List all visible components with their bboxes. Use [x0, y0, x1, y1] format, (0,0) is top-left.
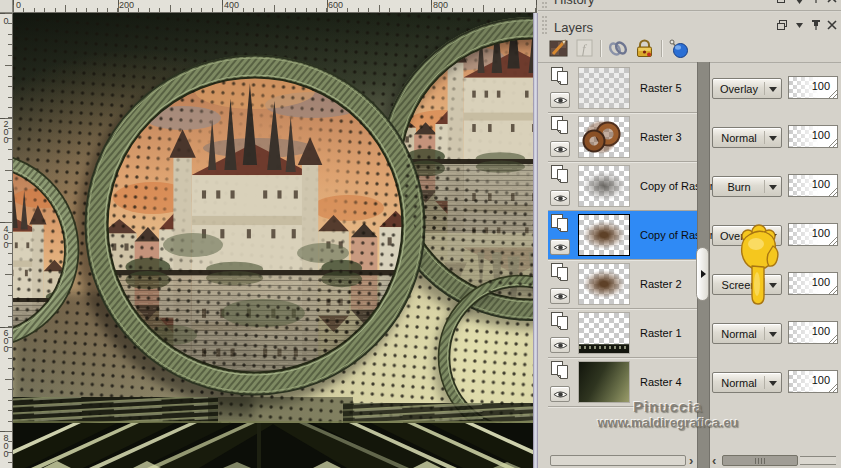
layer-thumbnail[interactable]: [578, 67, 630, 109]
layer-row-raster3[interactable]: Raster 3: [548, 113, 697, 162]
scroll-left-arrow-icon[interactable]: ‹: [712, 453, 716, 468]
opacity-field[interactable]: 100: [788, 174, 838, 197]
layer-name[interactable]: Raster 4: [640, 376, 682, 388]
link-layers-icon[interactable]: [606, 38, 629, 59]
layer-thumbnail[interactable]: [578, 116, 630, 158]
layer-thumbnail[interactable]: [578, 165, 630, 207]
history-panel-title: History: [554, 0, 594, 7]
opacity-field[interactable]: 100: [788, 272, 838, 295]
ruler-minor-ticks: [13, 8, 537, 12]
opacity-value: 100: [812, 80, 830, 92]
layer-pages-icon: [550, 66, 570, 86]
blend-mode-value: Normal: [715, 132, 763, 144]
layer-pages-icon: [550, 311, 570, 331]
new-layer-icon[interactable]: [548, 38, 571, 59]
blend-mode-select[interactable]: Overlay: [712, 78, 782, 99]
visibility-toggle[interactable]: [550, 190, 570, 206]
horizontal-scrollbar-track-left[interactable]: [550, 455, 686, 466]
opacity-value: 100: [812, 227, 830, 239]
opacity-field[interactable]: 100: [788, 321, 838, 344]
scroll-right-arrow-icon[interactable]: ›: [689, 453, 693, 468]
blend-mode-select[interactable]: Normal: [712, 372, 782, 393]
lock-transparency-icon[interactable]: [633, 38, 656, 59]
ruler-label: 200: [119, 0, 134, 10]
layer-row-copy-of-raster2-selected[interactable]: Copy of Raster 2: [548, 211, 697, 260]
chevron-down-icon: [769, 185, 777, 194]
layer-pages-icon: [550, 115, 570, 135]
layer-name[interactable]: Raster 5: [640, 82, 682, 94]
layer-row-raster2[interactable]: Raster 2: [548, 260, 697, 309]
panel-grip[interactable]: [542, 16, 547, 34]
blend-mode-select[interactable]: Normal: [712, 127, 782, 148]
ruler-label: 600: [328, 0, 343, 10]
layer-name[interactable]: Copy of Raster 2: [640, 229, 723, 241]
layers-panel-titlebar[interactable]: Layers: [538, 12, 841, 38]
blend-mode-value: Normal: [715, 377, 763, 389]
layer-row-copy-of-raster2-burn[interactable]: Copy of Raster 2: [548, 162, 697, 211]
opacity-field[interactable]: 100: [788, 370, 838, 393]
opacity-field[interactable]: 100: [788, 223, 838, 246]
chevron-down-icon: [769, 87, 777, 96]
restore-icon[interactable]: [776, 0, 789, 4]
horizontal-ruler: 0 200 400 600 800 1000: [13, 0, 537, 13]
layer-row-raster5[interactable]: Raster 5: [548, 64, 697, 113]
pin-icon[interactable]: [810, 0, 823, 4]
history-panel-titlebar[interactable]: History: [538, 0, 841, 10]
splitter-collapse-handle[interactable]: [696, 247, 709, 301]
ruler-label: 600: [1, 328, 10, 352]
toolbar-separator: [600, 40, 601, 57]
layer-pages-icon: [550, 360, 570, 380]
layer-thumbnail[interactable]: [578, 263, 630, 305]
dropdown-icon[interactable]: [794, 0, 807, 7]
layer-pages-icon: [550, 164, 570, 184]
blend-mode-select[interactable]: Burn: [712, 176, 782, 197]
layers-toolbar: f: [538, 38, 841, 60]
visibility-toggle[interactable]: [550, 239, 570, 255]
horizontal-scrollbar-thumb[interactable]: [722, 455, 798, 466]
ruler-label: 200: [1, 119, 10, 143]
layer-row-raster4[interactable]: Raster 4: [548, 358, 697, 407]
layer-thumbnail[interactable]: [578, 361, 630, 403]
layer-name[interactable]: Copy of Raster 2: [640, 180, 723, 192]
pin-icon[interactable]: [810, 19, 823, 31]
opacity-field[interactable]: 100: [788, 76, 838, 99]
visibility-toggle[interactable]: [550, 288, 570, 304]
visibility-toggle[interactable]: [550, 141, 570, 157]
chevron-down-icon: [769, 136, 777, 145]
horizontal-scrollbar-track-right[interactable]: [800, 456, 836, 465]
pushpin-icon[interactable]: [668, 38, 691, 59]
layer-name[interactable]: Raster 3: [640, 131, 682, 143]
restore-icon[interactable]: [776, 19, 789, 31]
ruler-label: 0: [1, 16, 10, 24]
close-icon[interactable]: [826, 0, 839, 4]
layer-thumbnail[interactable]: [578, 312, 630, 354]
layer-thumbnail[interactable]: [578, 214, 630, 256]
panel-grip[interactable]: [542, 0, 547, 8]
ruler-label: 800: [1, 433, 10, 457]
layers-palette: History Layers: [538, 0, 841, 468]
visibility-toggle[interactable]: [550, 386, 570, 402]
blend-mode-value: Normal: [715, 328, 763, 340]
ruler-corner: [0, 0, 13, 13]
hand-pointing-down-icon: [735, 222, 781, 310]
layer-styles-icon[interactable]: f: [574, 38, 597, 59]
chevron-down-icon: [769, 381, 777, 390]
canvas-artwork[interactable]: [13, 13, 533, 468]
visibility-toggle[interactable]: [550, 337, 570, 353]
layer-name[interactable]: Raster 2: [640, 278, 682, 290]
dropdown-icon[interactable]: [794, 22, 807, 34]
toolbar-separator: [661, 40, 662, 57]
opacity-value: 100: [812, 178, 830, 190]
visibility-toggle[interactable]: [550, 92, 570, 108]
blend-mode-select[interactable]: Normal: [712, 323, 782, 344]
layer-name[interactable]: Raster 1: [640, 327, 682, 339]
layer-pages-icon: [550, 213, 570, 233]
opacity-value: 100: [812, 374, 830, 386]
layers-panel-title: Layers: [554, 20, 593, 35]
layer-row-raster1[interactable]: Raster 1: [548, 309, 697, 358]
close-icon[interactable]: [826, 19, 839, 31]
blend-mode-value: Overlay: [715, 83, 763, 95]
opacity-field[interactable]: 100: [788, 125, 838, 148]
artwork-image: [13, 13, 533, 468]
opacity-value: 100: [812, 325, 830, 337]
